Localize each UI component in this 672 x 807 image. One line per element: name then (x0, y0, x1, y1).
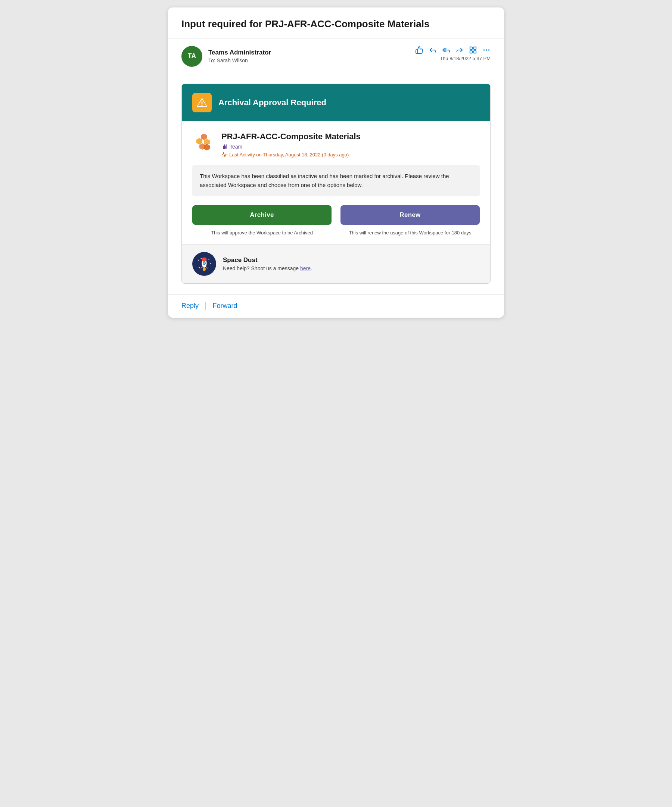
svg-rect-0 (470, 47, 472, 49)
svg-rect-3 (470, 51, 472, 53)
archive-description: This will approve the Workspace to be Ar… (211, 229, 313, 237)
sender-to: To: Sarah Wilson (208, 58, 271, 63)
card-header: Archival Approval Required (182, 84, 490, 121)
forward-link[interactable]: Forward (213, 302, 238, 310)
like-icon[interactable] (415, 46, 423, 54)
teams-icon (221, 144, 227, 150)
email-footer: Reply Forward (168, 294, 504, 318)
footer-divider (205, 302, 206, 310)
warning-icon-box (192, 93, 212, 112)
svg-point-16 (210, 263, 211, 264)
svg-point-13 (198, 259, 200, 261)
svg-point-15 (208, 259, 210, 260)
svg-point-19 (201, 257, 206, 262)
email-container: Input required for PRJ-AFR-ACC-Composite… (168, 7, 504, 318)
svg-marker-8 (196, 138, 202, 144)
action-icons (415, 46, 491, 54)
footer-help: Need help? Shoot us a message here. (223, 266, 312, 271)
footer-help-link[interactable]: here (300, 266, 311, 271)
svg-point-24 (203, 268, 205, 271)
action-buttons: Archive This will approve the Workspace … (192, 205, 480, 244)
renew-button[interactable]: Renew (341, 205, 480, 225)
workspace-name: PRJ-AFR-ACC-Composite Materials (221, 132, 361, 141)
renew-col: Renew This will renew the usage of this … (341, 205, 480, 244)
warning-triangle-icon (196, 97, 208, 109)
svg-point-17 (199, 267, 200, 268)
activity-icon (221, 152, 227, 158)
email-header: Input required for PRJ-AFR-ACC-Composite… (168, 7, 504, 38)
card-body: PRJ-AFR-ACC-Composite Materials Team (182, 121, 490, 244)
workspace-details: PRJ-AFR-ACC-Composite Materials Team (221, 132, 361, 158)
sender-block: TA Teams Administrator To: Sarah Wilson (181, 46, 271, 67)
info-box: This Workspace has been classified as in… (192, 165, 480, 196)
rocket-icon (195, 254, 213, 273)
svg-point-6 (488, 49, 490, 51)
svg-marker-7 (201, 134, 207, 140)
reply-link[interactable]: Reply (181, 302, 199, 310)
apps-icon[interactable] (469, 46, 477, 54)
renew-description: This will renew the usage of this Worksp… (349, 229, 472, 237)
space-dust-logo (192, 252, 216, 276)
svg-rect-1 (474, 47, 476, 49)
email-timestamp: Thu 8/18/2022 5:37 PM (440, 56, 491, 61)
workspace-type: Team (221, 144, 361, 150)
card-header-title: Archival Approval Required (218, 98, 326, 108)
archive-col: Archive This will approve the Workspace … (192, 205, 331, 244)
more-icon[interactable] (482, 46, 491, 54)
workspace-info: PRJ-AFR-ACC-Composite Materials Team (192, 132, 480, 158)
workspace-logo (192, 132, 215, 154)
reply-icon[interactable] (429, 46, 437, 54)
workspace-activity: Last Activity on Thursday, August 18, 20… (221, 152, 361, 158)
reply-all-icon[interactable] (442, 46, 450, 54)
footer-brand: Space Dust (223, 256, 312, 264)
archive-button[interactable]: Archive (192, 205, 331, 225)
approval-card: Archival Approval Required (181, 84, 491, 284)
card-footer: Space Dust Need help? Shoot us a message… (182, 244, 490, 283)
avatar: TA (181, 46, 202, 67)
svg-point-14 (200, 257, 201, 259)
svg-point-5 (486, 49, 487, 51)
svg-point-4 (484, 49, 485, 51)
svg-rect-2 (474, 51, 476, 53)
email-meta: TA Teams Administrator To: Sarah Wilson (168, 38, 504, 73)
email-subject: Input required for PRJ-AFR-ACC-Composite… (181, 18, 491, 31)
footer-text: Space Dust Need help? Shoot us a message… (223, 256, 312, 271)
svg-point-20 (203, 262, 206, 265)
sender-info: Teams Administrator To: Sarah Wilson (208, 49, 271, 63)
email-actions-col: Thu 8/18/2022 5:37 PM (415, 46, 491, 61)
sender-name: Teams Administrator (208, 49, 271, 56)
email-body: Archival Approval Required (168, 73, 504, 294)
forward-icon[interactable] (456, 46, 464, 54)
workspace-logo-icon (193, 132, 214, 154)
